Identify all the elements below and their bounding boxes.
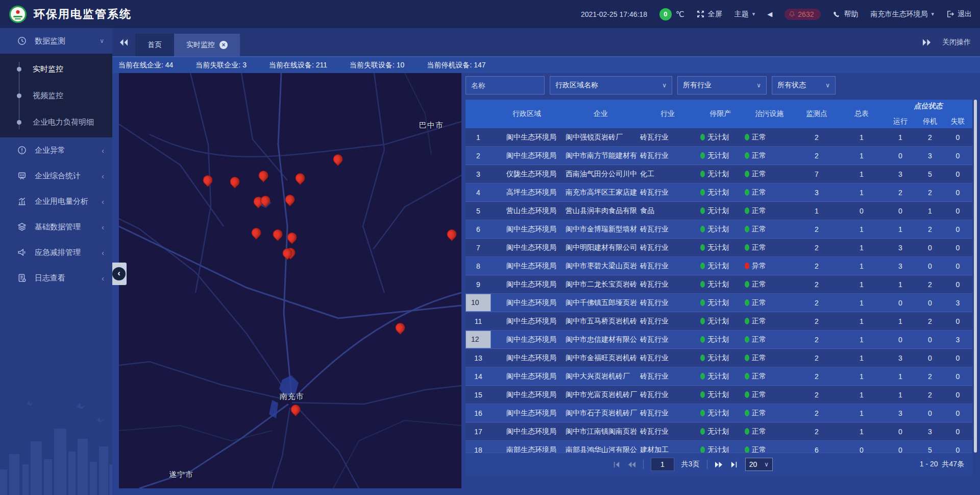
map-pin[interactable] bbox=[331, 152, 345, 166]
map-pin[interactable] bbox=[228, 175, 241, 188]
map-city-label: 巴中市 bbox=[419, 121, 444, 130]
sidebar-item-data-monitor[interactable]: 数据监测 ∨ bbox=[0, 28, 112, 54]
cell-monitor-points: 7 bbox=[794, 170, 839, 178]
table-row[interactable]: 7阆中生态环境局阆中明阳建材有限公司砖瓦行业无计划正常21300 bbox=[465, 239, 972, 257]
cell-region: 阆中生态环境局 bbox=[491, 317, 562, 326]
page-number-input[interactable] bbox=[651, 458, 674, 471]
map-pin[interactable] bbox=[393, 321, 407, 335]
cell-running: 3 bbox=[884, 262, 917, 270]
last-page-icon[interactable] bbox=[730, 461, 738, 468]
map-pin[interactable] bbox=[289, 403, 303, 416]
cell-stop-production: 无计划 bbox=[696, 188, 745, 197]
table-row[interactable]: 5营山生态环境局营山县润丰肉食品有限食品无计划正常10010 bbox=[465, 202, 972, 220]
table-row[interactable]: 15阆中生态环境局阆中市光富页岩机砖厂砖瓦行业无计划正常21120 bbox=[465, 386, 972, 404]
sidebar-item-power-analysis[interactable]: 企业用电量分析 ‹ bbox=[0, 188, 112, 214]
cell-industry: 砖瓦行业 bbox=[639, 151, 696, 160]
table-row[interactable]: 2阆中生态环境局阆中市南方节能建材有砖瓦行业无计划正常21030 bbox=[465, 147, 972, 165]
table-row[interactable]: 16阆中生态环境局阆中市石子页岩机砖厂砖瓦行业无计划正常21300 bbox=[465, 404, 972, 422]
cell-monitor-points: 2 bbox=[794, 428, 839, 436]
cell-stopped: 0 bbox=[917, 409, 943, 417]
table-row[interactable]: 18南部生态环境局南部县鸿华山河有限公建材加工无计划正常60050 bbox=[465, 441, 972, 453]
tab-close-icon[interactable]: × bbox=[219, 41, 228, 49]
map-pin[interactable] bbox=[293, 171, 307, 185]
col-region: 行政区域 bbox=[491, 109, 562, 119]
theme-dropdown[interactable]: 主题 ▾ bbox=[734, 10, 755, 19]
org-dropdown[interactable]: 南充市生态环境局 ▾ bbox=[870, 10, 934, 19]
cell-disconnected: 0 bbox=[943, 207, 972, 215]
map-city-label: 南充市 bbox=[280, 391, 304, 401]
region-filter-select[interactable]: 行政区域名称 ∨ bbox=[550, 76, 672, 95]
cell-stop-production: 无计划 bbox=[696, 243, 745, 252]
cell-total-meters: 1 bbox=[839, 354, 884, 362]
cell-region: 阆中生态环境局 bbox=[491, 280, 562, 289]
map-pin[interactable] bbox=[445, 227, 459, 241]
chevron-left-icon: ‹ bbox=[102, 197, 104, 206]
map-pin[interactable] bbox=[201, 173, 214, 187]
next-page-icon[interactable] bbox=[715, 461, 723, 468]
tab-realtime-monitor[interactable]: 实时监控 × bbox=[174, 34, 240, 56]
sidebar-item-base-data[interactable]: 基础数据管理 ‹ bbox=[0, 214, 112, 240]
table-row[interactable]: 4高坪生态环境局南充市高坪区王家店建砖瓦行业无计划正常31220 bbox=[465, 183, 972, 202]
industry-filter-select[interactable]: 所有行业 ∨ bbox=[677, 76, 767, 95]
row-number: 7 bbox=[465, 244, 491, 252]
map-pin[interactable] bbox=[285, 230, 299, 244]
cell-disconnected: 0 bbox=[943, 262, 972, 270]
table-scrollbar[interactable] bbox=[974, 100, 977, 453]
cell-stop-production: 无计划 bbox=[696, 225, 745, 234]
status-dot-green bbox=[700, 152, 705, 159]
table-row[interactable]: 9阆中生态环境局阆中市二龙长宝页岩砖砖瓦行业无计划正常21120 bbox=[465, 275, 972, 294]
fullscreen-button[interactable]: 全屏 bbox=[697, 10, 722, 19]
logout-button[interactable]: 退出 bbox=[946, 10, 972, 19]
cell-total-meters: 0 bbox=[839, 446, 884, 453]
first-page-icon[interactable] bbox=[612, 461, 620, 468]
sidebar-item-log-view[interactable]: 日志查看 ‹ bbox=[0, 265, 112, 291]
cell-total-meters: 1 bbox=[839, 280, 884, 289]
cell-company: 南部县鸿华山河有限公 bbox=[562, 445, 639, 453]
stat-online-devices: 当前在线设备: 211 bbox=[269, 61, 327, 70]
cell-monitor-points: 2 bbox=[794, 225, 839, 233]
status-dot-green bbox=[700, 171, 705, 177]
map-panel[interactable]: 巴中市南充市遂宁市 bbox=[119, 73, 461, 488]
map-pin[interactable] bbox=[257, 169, 271, 182]
table-row[interactable]: 3仪陇生态环境局西南油气田分公司川中化工无计划正常71350 bbox=[465, 165, 972, 183]
map-pin[interactable] bbox=[250, 226, 263, 240]
cell-pollution-facility: 异常 bbox=[745, 262, 794, 271]
sidebar-item-enterprise-statistics[interactable]: 企业综合统计 ‹ bbox=[0, 163, 112, 188]
cell-running: 1 bbox=[884, 225, 917, 233]
table-row[interactable]: 6阆中生态环境局阆中市金博瑞新型墙材砖瓦行业无计划正常21120 bbox=[465, 220, 972, 239]
sidebar-item-power-load-detail[interactable]: 企业电力负荷明细 bbox=[0, 109, 112, 135]
name-filter-input[interactable] bbox=[465, 76, 545, 95]
status-filter-select[interactable]: 所有状态 ∨ bbox=[772, 76, 836, 95]
sidebar-item-realtime-monitor[interactable]: 实时监控 bbox=[0, 56, 112, 82]
tab-home[interactable]: 首页 bbox=[135, 34, 174, 56]
map-pin[interactable] bbox=[283, 193, 297, 206]
table-row[interactable]: 10阆中生态环境局阆中千佛镇五郎垭页岩砖瓦行业无计划正常21003 bbox=[465, 294, 972, 312]
prev-page-icon[interactable] bbox=[627, 461, 636, 468]
cell-region: 阆中生态环境局 bbox=[491, 225, 562, 234]
table-row[interactable]: 17阆中生态环境局阆中市江南镇阆南页岩砖瓦行业无计划正常21030 bbox=[465, 422, 972, 441]
table-row[interactable]: 11阆中生态环境局阆中市五马桥页岩机砖砖瓦行业无计划正常21120 bbox=[465, 312, 972, 331]
stat-offline-devices: 当前失联设备: 10 bbox=[350, 61, 404, 70]
sidebar-item-video-monitor[interactable]: 视频监控 bbox=[0, 82, 112, 109]
table-row[interactable]: 12阆中生态环境局阆中市忠信建材有限公砖瓦行业无计划正常21003 bbox=[465, 331, 972, 349]
cell-region: 阆中生态环境局 bbox=[491, 372, 562, 381]
alarm-count-badge[interactable]: 2632 bbox=[785, 9, 821, 20]
map-pin[interactable] bbox=[271, 227, 284, 241]
mute-speaker-icon[interactable]: ◀ bbox=[767, 10, 772, 18]
page-size-select[interactable]: 20 ∨ bbox=[745, 458, 773, 471]
table-row[interactable]: 8阆中生态环境局阆中市枣碧大梁山页岩砖瓦行业无计划异常21300 bbox=[465, 257, 972, 275]
cell-monitor-points: 2 bbox=[794, 336, 839, 344]
table-row[interactable]: 13阆中生态环境局阆中市金福旺页岩机砖砖瓦行业无计划正常21300 bbox=[465, 349, 972, 367]
sidebar-item-enterprise-abnormal[interactable]: 企业异常 ‹ bbox=[0, 137, 112, 163]
sidebar-item-emergency-reduction[interactable]: 应急减排管理 ‹ bbox=[0, 240, 112, 265]
table-row[interactable]: 1阆中生态环境局阆中强锐页岩砖厂砖瓦行业无计划正常21120 bbox=[465, 128, 972, 147]
table-row[interactable]: 14阆中生态环境局阆中大兴页岩机砖厂砖瓦行业无计划正常21120 bbox=[465, 367, 972, 386]
map-collapse-button[interactable]: ‹ bbox=[111, 263, 127, 285]
close-operations-button[interactable]: 关闭操作 bbox=[938, 38, 980, 47]
cell-pollution-facility: 正常 bbox=[745, 445, 794, 453]
chevron-down-icon: ∨ bbox=[662, 82, 667, 89]
main-area: 首页 实时监控 × 关闭操作 当前在线企业: 44 当前失联企业: 3 当前在线… bbox=[112, 28, 980, 495]
tabs-scroll-right-icon[interactable] bbox=[915, 39, 938, 46]
tabs-scroll-left-icon[interactable] bbox=[112, 39, 135, 46]
help-button[interactable]: 帮助 bbox=[833, 10, 858, 19]
